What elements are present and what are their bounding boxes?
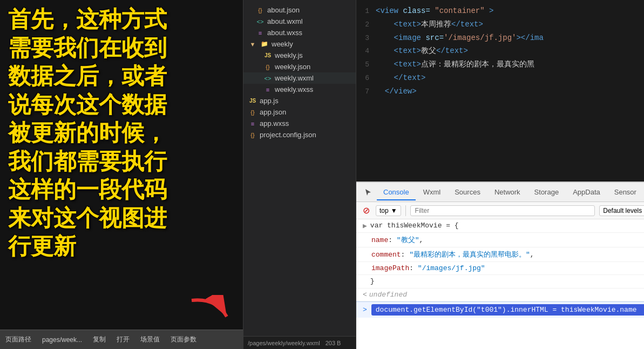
bottom-bar: 页面路径 pages/week... 复制 打开 场景值 页面参数 xyxy=(0,330,243,349)
code-editor: 1 <view class= "container" > 2 <text>本周推… xyxy=(356,0,644,182)
file-size: 203 B xyxy=(326,340,341,346)
code-line-4: 4 <text>教父</text> xyxy=(356,44,644,58)
filter-input[interactable] xyxy=(410,205,595,216)
devtools-pointer-icon[interactable] xyxy=(361,185,376,200)
file-path: /pages/weekly/weekly.wxml xyxy=(248,340,320,346)
file-item-about-wxml[interactable]: <> about.wxml xyxy=(243,16,356,27)
tab-console[interactable]: Console xyxy=(377,185,416,200)
line-num-1: 1 xyxy=(356,6,376,17)
code-line-7: 7 </view> xyxy=(356,85,644,98)
console-line-comment: comment: "最精彩的剧本，最真实的黑帮电影。", xyxy=(356,247,644,262)
file-item-weekly-js[interactable]: JS weekly.js xyxy=(243,50,356,61)
line-num-3: 3 xyxy=(356,33,376,44)
line-content-6: </text> xyxy=(376,72,425,84)
console-line-expand: ▶ var thisWeekMovie = { xyxy=(356,219,644,233)
code-line-6: 6 </text> xyxy=(356,71,644,85)
json-icon: {} xyxy=(263,63,273,71)
console-input[interactable]: document.getElementById("t001").innerHTM… xyxy=(371,304,644,316)
context-selector[interactable]: top ▼ xyxy=(376,205,401,216)
code-line-1: 1 <view class= "container" > xyxy=(356,4,644,18)
file-label: weekly.wxml xyxy=(275,74,314,82)
console-line-close: ▶ } xyxy=(356,275,644,288)
file-label: weekly.wxss xyxy=(275,85,313,93)
undefined-text: undefined xyxy=(369,291,407,299)
devtools-toolbar: ⊘ top ▼ Default levels ▼ xyxy=(356,202,644,219)
expand-icon[interactable]: ▶ xyxy=(363,222,367,230)
wxss-icon: ≡ xyxy=(255,29,265,37)
line-content-2: <text>本周推荐</text> xyxy=(376,18,483,30)
line-content-1: <view class= "container" > xyxy=(376,5,493,17)
file-label: about.json xyxy=(267,6,300,14)
json-icon: {} xyxy=(248,109,257,116)
file-item-app-wxss[interactable]: ≡ app.wxss xyxy=(243,118,356,129)
arrow-area xyxy=(189,295,232,322)
levels-selector[interactable]: Default levels ▼ xyxy=(599,205,644,216)
file-item-weekly-json[interactable]: {} weekly.json xyxy=(243,61,356,72)
file-tree-panel: {} about.json <> about.wxml ≡ about.wxss… xyxy=(243,0,356,349)
left-panel: 首先，这种方式 需要我们在收到 数据之后，或者 说每次这个数据 被更新的时候， … xyxy=(0,0,243,349)
file-label: app.js xyxy=(260,97,279,105)
open-label[interactable]: 打开 xyxy=(117,335,130,344)
console-line-undefined: < undefined xyxy=(356,288,644,301)
file-label: app.json xyxy=(260,108,286,116)
file-status-bar: /pages/weekly/weekly.wxml 203 B xyxy=(243,336,356,349)
console-text: } xyxy=(370,277,375,285)
file-item-about-json[interactable]: {} about.json xyxy=(243,4,356,16)
console-text: var thisWeekMovie = { xyxy=(370,222,459,230)
line-content-3: <image src='/images/jf.jpg'></ima xyxy=(376,32,544,44)
json-icon: {} xyxy=(248,131,257,139)
code-line-3: 3 <image src='/images/jf.jpg'></ima xyxy=(356,31,644,45)
input-prompt: > xyxy=(363,306,367,314)
file-label: about.wxml xyxy=(267,17,303,25)
file-label: about.wxss xyxy=(267,29,302,37)
line-num-5: 5 xyxy=(356,59,376,71)
scene-label: 场景值 xyxy=(140,335,160,344)
line-num-4: 4 xyxy=(356,46,376,57)
line-content-5: <text>点评：最精彩的剧本，最真实的黑 xyxy=(376,58,534,70)
file-item-app-json[interactable]: {} app.json xyxy=(243,106,356,118)
top-label: top xyxy=(379,207,389,214)
js-icon: JS xyxy=(263,52,273,59)
code-line-5: 5 <text>点评：最精彩的剧本，最真实的黑 xyxy=(356,58,644,71)
file-item-weekly-wxss[interactable]: ≡ weekly.wxss xyxy=(243,84,356,95)
left-chevron-icon: < xyxy=(363,291,367,299)
folder-weekly[interactable]: ▼ 📁 weekly xyxy=(243,38,356,50)
path-value: pages/week... xyxy=(42,336,82,344)
file-tree: {} about.json <> about.wxml ≡ about.wxss… xyxy=(243,0,356,336)
file-label: app.wxss xyxy=(260,119,289,127)
devtools: Console Wxml Sources Network Storage App… xyxy=(356,182,644,349)
devtools-console: ▶ var thisWeekMovie = { name: "教父", comm… xyxy=(356,219,644,349)
page-params-label: 页面参数 xyxy=(171,335,196,344)
devtools-tabs: Console Wxml Sources Network Storage App… xyxy=(356,183,644,202)
chinese-text: 首先，这种方式 需要我们在收到 数据之后，或者 说每次这个数据 被更新的时候， … xyxy=(8,5,235,261)
wxml-icon: <> xyxy=(255,18,265,25)
wxss-icon: ≡ xyxy=(248,120,257,127)
tab-appdata[interactable]: AppData xyxy=(566,185,607,200)
console-line-imagepath: imagePath: "/images/jf.jpg" xyxy=(356,262,644,275)
console-line-name: name: "教父", xyxy=(356,233,644,247)
file-item-about-wxss[interactable]: ≡ about.wxss xyxy=(243,27,356,38)
wxml-icon: <> xyxy=(263,75,273,82)
line-content-7: </view> xyxy=(376,85,417,97)
line-num-7: 7 xyxy=(356,86,376,98)
file-item-app-js[interactable]: JS app.js xyxy=(243,95,356,106)
file-item-weekly-wxml[interactable]: <> weekly.wxml xyxy=(243,72,356,84)
line-num-2: 2 xyxy=(356,19,376,31)
no-entry-icon[interactable]: ⊘ xyxy=(361,205,371,216)
levels-label: Default levels xyxy=(603,207,642,214)
console-text: imagePath: "/images/jf.jpg" xyxy=(371,264,485,272)
copy-label[interactable]: 复制 xyxy=(93,335,106,344)
tab-storage[interactable]: Storage xyxy=(528,185,566,200)
right-panel: 1 <view class= "container" > 2 <text>本周推… xyxy=(356,0,644,349)
folder-label: weekly xyxy=(272,40,293,48)
folder-expand-icon: ▼ xyxy=(248,41,257,48)
folder-icon: 📁 xyxy=(260,41,269,48)
context-dropdown-icon: ▼ xyxy=(391,207,397,214)
file-item-project-config[interactable]: {} project.config.json xyxy=(243,129,356,140)
tab-sources[interactable]: Sources xyxy=(448,185,487,200)
tab-network[interactable]: Network xyxy=(488,185,527,200)
tab-sensor[interactable]: Sensor xyxy=(608,185,643,200)
divider xyxy=(405,205,406,216)
tab-wxml[interactable]: Wxml xyxy=(417,185,448,200)
wxss-icon: ≡ xyxy=(263,86,273,93)
